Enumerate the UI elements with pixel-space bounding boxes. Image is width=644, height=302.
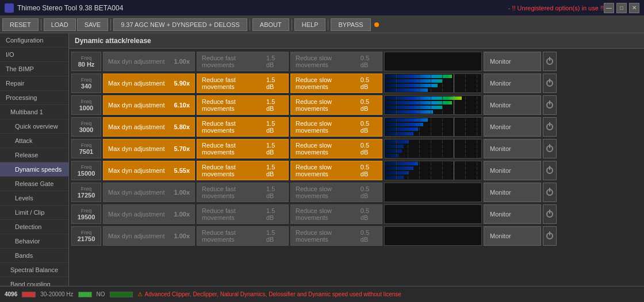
fast-movements-button-2[interactable]: Reduce fast movements1.5 dB	[197, 95, 289, 115]
dyn-adj-button-4[interactable]: Max dyn adjustment5.70x	[103, 139, 195, 158]
sidebar-item-processing[interactable]: Processing	[0, 91, 68, 105]
bypass-button[interactable]: BYPASS	[331, 18, 370, 31]
power-button-0[interactable]	[543, 52, 557, 71]
power-button-2[interactable]	[543, 95, 557, 115]
fast-movements-button-7[interactable]: Reduce fast movements1.5 dB	[197, 204, 289, 224]
dyn-adj-button-7[interactable]: Max dyn adjustment1.00x	[103, 204, 195, 224]
sidebar-item-behavior[interactable]: Behavior	[0, 234, 68, 249]
dyn-adj-button-1[interactable]: Max dyn adjustment5.90x	[103, 73, 195, 93]
sidebar-item-the-bimp[interactable]: The BIMP	[0, 62, 68, 76]
meter-canvas-0	[385, 52, 481, 71]
slow-movements-button-3[interactable]: Reduce slow movements0.5 dB	[290, 117, 382, 137]
power-icon-7	[546, 211, 553, 218]
sidebar-item-limit-/-clip[interactable]: Limit / Clip	[0, 206, 68, 220]
slow-movements-button-5[interactable]: Reduce slow movements0.5 dB	[290, 161, 382, 180]
power-button-3[interactable]	[543, 117, 557, 137]
slow-movements-button-2[interactable]: Reduce slow movements0.5 dB	[290, 95, 382, 115]
fast-movements-button-3[interactable]: Reduce fast movements1.5 dB	[197, 117, 289, 137]
slow-movements-button-8[interactable]: Reduce slow movements0.5 dB	[290, 226, 382, 246]
fast-movements-button-5[interactable]: Reduce fast movements1.5 dB	[197, 161, 289, 180]
title-warning: - !! Unregistered option(s) in use !!	[508, 5, 604, 11]
content-header: Dynamic attack/release	[69, 33, 644, 49]
sidebar-item-multiband-1[interactable]: Multiband 1	[0, 105, 68, 119]
power-button-6[interactable]	[543, 183, 557, 202]
power-icon-6	[546, 189, 553, 196]
band-row: Freq21750Max dyn adjustment1.00xReduce f…	[71, 226, 642, 246]
fast-movements-button-0[interactable]: Reduce fast movements1.5 dB	[197, 52, 289, 71]
meter-5	[384, 161, 482, 180]
monitor-button-6[interactable]: Monitor	[484, 183, 541, 202]
power-icon-5	[546, 167, 553, 174]
meter-7	[384, 204, 482, 224]
sidebar-item-repair[interactable]: Repair	[0, 76, 68, 91]
sidebar-item-bands[interactable]: Bands	[0, 249, 68, 263]
sidebar-item-release[interactable]: Release	[0, 148, 68, 162]
monitor-button-7[interactable]: Monitor	[484, 204, 541, 224]
toolbar-separator-5	[328, 19, 328, 30]
slow-movements-button-1[interactable]: Reduce slow movements0.5 dB	[290, 73, 382, 93]
sidebar-item-attack[interactable]: Attack	[0, 134, 68, 148]
band-freq-2: Freq1000	[71, 95, 101, 115]
monitor-button-5[interactable]: Monitor	[484, 161, 541, 180]
status-warning: ⚠ Advanced Clipper, Declipper, Natural D…	[137, 291, 401, 297]
load-button[interactable]: LOAD	[44, 18, 76, 31]
help-button[interactable]: HELP	[294, 18, 326, 31]
sidebar-item-detection[interactable]: Detection	[0, 220, 68, 234]
monitor-button-4[interactable]: Monitor	[484, 139, 541, 158]
about-button[interactable]: ABOUT	[252, 18, 289, 31]
monitor-button-8[interactable]: Monitor	[484, 226, 541, 246]
dyn-adj-button-3[interactable]: Max dyn adjustment5.80x	[103, 117, 195, 137]
warning-text: Advanced Clipper, Declipper, Natural Dyn…	[145, 291, 401, 297]
power-button-4[interactable]	[543, 139, 557, 158]
fast-movements-button-4[interactable]: Reduce fast movements1.5 dB	[197, 139, 289, 158]
slow-movements-button-7[interactable]: Reduce slow movements0.5 dB	[290, 204, 382, 224]
meter-canvas-6	[385, 183, 481, 202]
dyn-adj-button-8[interactable]: Max dyn adjustment1.00x	[103, 226, 195, 246]
sidebar-item-dynamic-speeds[interactable]: Dynamic speeds	[0, 162, 68, 177]
power-button-8[interactable]	[543, 226, 557, 246]
minimize-button[interactable]: —	[604, 3, 614, 13]
band-row: Freq15000Max dyn adjustment5.55xReduce f…	[71, 160, 642, 181]
no-indicator	[110, 292, 133, 297]
preset-button[interactable]: 9.37 AGC NEW + DYNSPEED + DELOSS	[113, 18, 247, 31]
reset-button[interactable]: RESET	[2, 18, 39, 31]
bypass-indicator	[374, 22, 379, 27]
sidebar-item-levels[interactable]: Levels	[0, 191, 68, 206]
slow-movements-button-6[interactable]: Reduce slow movements0.5 dB	[290, 183, 382, 202]
power-icon-4	[546, 145, 553, 152]
fast-movements-button-1[interactable]: Reduce fast movements1.5 dB	[197, 73, 289, 93]
band-row: Freq7501Max dyn adjustment5.70xReduce fa…	[71, 138, 642, 159]
freq-range: 30-20000 Hz	[40, 291, 73, 297]
slow-movements-button-0[interactable]: Reduce slow movements0.5 dB	[290, 52, 382, 71]
monitor-button-1[interactable]: Monitor	[484, 73, 541, 93]
band-freq-7: Freq19500	[71, 204, 101, 224]
content-body: Freq80 HzMax dyn adjustment1.00xReduce f…	[69, 49, 644, 286]
sidebar-item-configuration[interactable]: Configuration	[0, 33, 68, 48]
power-button-7[interactable]	[543, 204, 557, 224]
meter-canvas-2	[385, 96, 481, 114]
sidebar-item-i/o[interactable]: I/O	[0, 48, 68, 62]
monitor-button-2[interactable]: Monitor	[484, 95, 541, 115]
band-row: Freq17250Max dyn adjustment1.00xReduce f…	[71, 182, 642, 203]
sidebar-item-quick-overview[interactable]: Quick overview	[0, 119, 68, 134]
monitor-button-3[interactable]: Monitor	[484, 117, 541, 137]
title-bar: Thimeo Stereo Tool 9.38 BETA004 - !! Unr…	[0, 0, 644, 16]
power-button-5[interactable]	[543, 161, 557, 180]
power-icon-3	[546, 123, 553, 130]
fast-movements-button-8[interactable]: Reduce fast movements1.5 dB	[197, 226, 289, 246]
meter-3	[384, 117, 482, 137]
sidebar-item-spectral-balance[interactable]: Spectral Balance	[0, 263, 68, 277]
close-button[interactable]: ✕	[629, 3, 639, 13]
maximize-button[interactable]: □	[616, 3, 627, 13]
fast-movements-button-6[interactable]: Reduce fast movements1.5 dB	[197, 183, 289, 202]
slow-movements-button-4[interactable]: Reduce slow movements0.5 dB	[290, 139, 382, 158]
dyn-adj-button-6[interactable]: Max dyn adjustment1.00x	[103, 183, 195, 202]
save-button[interactable]: SAVE	[77, 18, 109, 31]
sidebar-item-release-gate[interactable]: Release Gate	[0, 177, 68, 191]
monitor-button-0[interactable]: Monitor	[484, 52, 541, 71]
dyn-adj-button-0[interactable]: Max dyn adjustment1.00x	[103, 52, 195, 71]
dyn-adj-button-5[interactable]: Max dyn adjustment5.55x	[103, 161, 195, 180]
dyn-adj-button-2[interactable]: Max dyn adjustment6.10x	[103, 95, 195, 115]
power-button-1[interactable]	[543, 73, 557, 93]
sidebar-item-band-coupling[interactable]: Band coupling	[0, 277, 68, 286]
